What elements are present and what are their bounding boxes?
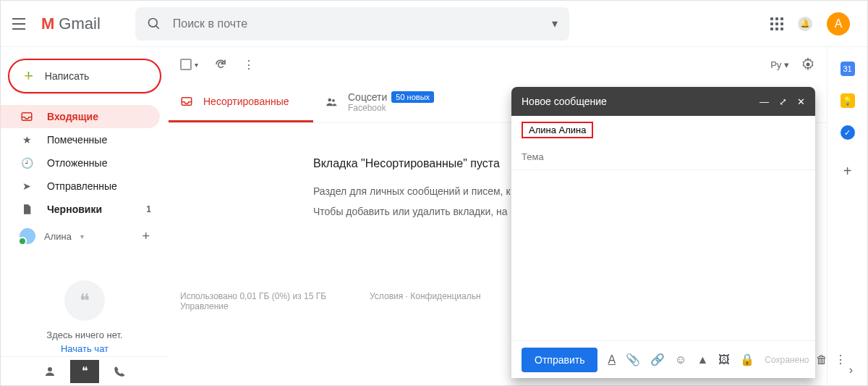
settings-icon[interactable] xyxy=(801,57,815,72)
terms-link[interactable]: Условия · Конфиденциальн xyxy=(370,291,481,311)
compose-title: Новое сообщение xyxy=(522,96,607,107)
svg-line-1 xyxy=(156,25,158,28)
search-bar[interactable]: ▾ xyxy=(135,7,569,41)
tab-label: Соцсети xyxy=(348,91,387,103)
inbox-icon xyxy=(20,110,34,123)
nav-label: Черновики xyxy=(47,204,102,215)
app-frame: M Gmail ▾ 🔔 А + Написать Входящие xyxy=(0,0,868,386)
sidebar: + Написать Входящие ★ Помеченные 🕘 Отлож… xyxy=(1,47,169,385)
nav-label: Входящие xyxy=(47,111,98,122)
checkbox-icon xyxy=(180,59,192,70)
nav-label: Отложенные xyxy=(47,157,107,169)
menu-icon[interactable] xyxy=(12,15,30,33)
recipients-field[interactable]: Алина Алина xyxy=(511,116,815,144)
svg-point-3 xyxy=(48,367,52,372)
input-lang[interactable]: Ру ▾ xyxy=(770,59,789,70)
plus-icon: + xyxy=(24,67,33,85)
brand-text: Gmail xyxy=(59,14,100,33)
nav-starred[interactable]: ★ Помеченные xyxy=(1,128,160,151)
hangouts-empty: ❝ Здесь ничего нет. Начать чат xyxy=(1,280,169,354)
account-avatar[interactable]: А xyxy=(827,12,850,35)
chevron-down-icon: ▾ xyxy=(80,232,84,240)
compose-body[interactable] xyxy=(511,170,815,340)
svg-point-7 xyxy=(332,99,335,102)
notifications-icon[interactable]: 🔔 xyxy=(798,17,812,31)
nav-drafts[interactable]: Черновики 1 xyxy=(1,198,160,221)
add-contact-icon[interactable]: + xyxy=(142,229,150,244)
search-icon xyxy=(147,17,161,31)
nav-inbox[interactable]: Входящие xyxy=(1,105,160,128)
compose-button[interactable]: + Написать xyxy=(8,59,161,93)
draft-icon xyxy=(20,204,34,215)
calendar-icon[interactable]: 31 xyxy=(841,62,855,76)
addons-icon[interactable]: + xyxy=(843,163,852,180)
apps-icon[interactable] xyxy=(770,17,783,30)
svg-point-4 xyxy=(807,63,810,67)
nav-label: Отправленные xyxy=(47,180,117,192)
nav-label: Помеченные xyxy=(47,134,107,146)
side-panel: 31 💡 ✓ + › xyxy=(827,47,867,385)
send-icon: ➤ xyxy=(20,180,34,192)
minimize-icon[interactable]: — xyxy=(760,96,769,107)
tasks-icon[interactable]: ✓ xyxy=(841,125,855,140)
search-input[interactable] xyxy=(173,17,540,30)
user-avatar-icon xyxy=(20,228,35,244)
refresh-icon[interactable] xyxy=(214,58,227,71)
discard-icon[interactable]: 🗑 xyxy=(816,353,827,366)
people-icon xyxy=(325,96,338,109)
start-chat-link[interactable]: Начать чат xyxy=(1,343,169,354)
keep-icon[interactable]: 💡 xyxy=(841,93,855,108)
storage-text: Использовано 0,01 ГБ (0%) из 15 ГБ xyxy=(180,291,326,301)
compose-label: Написать xyxy=(45,70,89,82)
fullscreen-icon[interactable]: ⤢ xyxy=(779,96,787,107)
chat-tab-contacts[interactable] xyxy=(35,360,64,383)
search-options-icon[interactable]: ▾ xyxy=(552,17,558,30)
nav-snoozed[interactable]: 🕘 Отложенные xyxy=(1,151,160,175)
user-name: Алина xyxy=(44,231,72,242)
saved-label: Сохранено xyxy=(765,355,809,365)
chat-tab-hangouts[interactable]: ❝ xyxy=(70,360,99,383)
chat-tab-phone[interactable] xyxy=(105,360,134,383)
inbox-icon xyxy=(180,95,193,108)
compose-window: Новое сообщение — ⤢ ✕ Алина Алина Отправ… xyxy=(511,87,815,378)
drive-icon[interactable]: ▲ xyxy=(697,353,708,366)
compose-toolbar: Отправить A 📎 🔗 ☺ ▲ 🖼 🔒 Сохранено 🗑 ⋮ xyxy=(511,340,815,378)
manage-link[interactable]: Управление xyxy=(180,301,326,311)
svg-point-0 xyxy=(148,18,157,27)
link-icon[interactable]: 🔗 xyxy=(650,353,665,366)
nav-sent[interactable]: ➤ Отправленные xyxy=(1,175,160,198)
photo-icon[interactable]: 🖼 xyxy=(718,353,730,366)
send-button[interactable]: Отправить xyxy=(522,348,597,372)
close-icon[interactable]: ✕ xyxy=(797,96,805,107)
star-icon: ★ xyxy=(20,134,34,146)
tab-primary[interactable]: Несортированные xyxy=(169,82,313,122)
attach-icon[interactable]: 📎 xyxy=(626,353,640,366)
svg-point-6 xyxy=(328,98,332,102)
select-all[interactable]: ▾ xyxy=(180,59,198,70)
hangouts-user[interactable]: Алина ▾ + xyxy=(1,221,169,251)
format-icon[interactable]: A xyxy=(608,353,616,366)
nav-count: 1 xyxy=(146,204,151,214)
collapse-panel-icon[interactable]: › xyxy=(849,364,853,377)
tab-sublabel: Facebook xyxy=(348,103,434,113)
tab-label: Несортированные xyxy=(203,96,289,107)
header: M Gmail ▾ 🔔 А xyxy=(1,1,867,47)
hangouts-icon: ❝ xyxy=(64,280,105,321)
tab-badge: 50 новых xyxy=(391,91,434,103)
confidential-icon[interactable]: 🔒 xyxy=(740,353,754,366)
more-options-icon[interactable]: ⋮ xyxy=(835,353,846,366)
subject-input[interactable] xyxy=(511,144,815,170)
toolbar: ▾ ⋮ Ру ▾ xyxy=(169,47,827,82)
emoji-icon[interactable]: ☺ xyxy=(675,353,686,366)
chat-tabs: ❝ xyxy=(1,356,169,385)
chevron-down-icon: ▾ xyxy=(195,61,198,69)
recipient-chip[interactable]: Алина Алина xyxy=(522,122,593,138)
clock-icon: 🕘 xyxy=(20,157,34,169)
more-icon[interactable]: ⋮ xyxy=(243,58,255,72)
compose-header[interactable]: Новое сообщение — ⤢ ✕ xyxy=(511,87,815,116)
gmail-logo-icon: M xyxy=(41,14,54,33)
hangouts-empty-text: Здесь ничего нет. xyxy=(1,330,169,340)
tab-social[interactable]: Соцсети 50 новых Facebook xyxy=(313,82,458,122)
